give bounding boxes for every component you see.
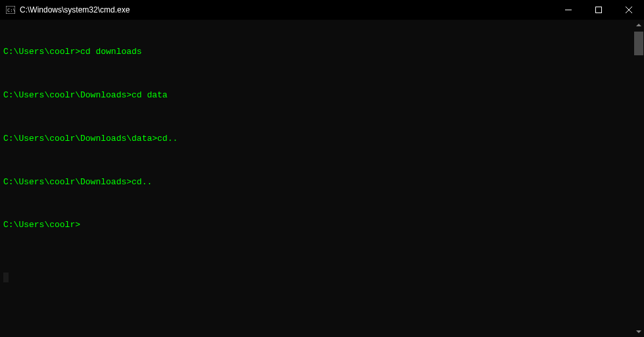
command: cd..: [157, 134, 178, 143]
prompt: C:\Users\coolr>: [3, 220, 80, 230]
prompt: C:\Users\coolr\Downloads>: [3, 90, 132, 100]
terminal-line: C:\Users\coolr\Downloads\data>cd..: [3, 134, 630, 144]
cmd-icon: C:\: [5, 5, 16, 15]
svg-text:C:\: C:\: [7, 8, 15, 13]
prompt: C:\Users\coolr\Downloads\data>: [3, 134, 157, 143]
window-title: C:\Windows\system32\cmd.exe: [20, 5, 553, 14]
maximize-button[interactable]: [583, 0, 614, 20]
svg-marker-6: [636, 24, 641, 26]
window-controls: [553, 0, 644, 20]
scrollbar[interactable]: [633, 20, 644, 337]
cmd-window: C:\ C:\Windows\system32\cmd.exe C:\Users…: [0, 0, 644, 337]
terminal-line: C:\Users\coolr\Downloads>cd data: [3, 90, 630, 101]
terminal-area: C:\Users\coolr>cd downloads C:\Users\coo…: [0, 20, 644, 337]
command: cd data: [132, 90, 168, 100]
minimize-button[interactable]: [553, 0, 583, 20]
svg-marker-7: [636, 330, 641, 333]
scroll-down-icon[interactable]: [633, 326, 644, 337]
terminal-line: C:\Users\coolr>cd downloads: [3, 47, 630, 57]
prompt: C:\Users\coolr\Downloads>: [3, 177, 132, 187]
terminal-line: C:\Users\coolr\Downloads>cd..: [3, 177, 630, 188]
cursor-row: [3, 272, 630, 282]
cursor: [3, 272, 9, 282]
titlebar[interactable]: C:\ C:\Windows\system32\cmd.exe: [0, 0, 644, 20]
terminal-output[interactable]: C:\Users\coolr>cd downloads C:\Users\coo…: [0, 20, 633, 337]
command: cd..: [132, 177, 152, 187]
scroll-up-icon[interactable]: [633, 20, 644, 30]
prompt: C:\Users\coolr>: [3, 47, 80, 57]
scroll-thumb[interactable]: [634, 32, 643, 55]
command: cd downloads: [80, 47, 142, 57]
svg-rect-3: [596, 7, 602, 13]
close-button[interactable]: [614, 0, 644, 20]
terminal-line: C:\Users\coolr>: [3, 220, 630, 230]
